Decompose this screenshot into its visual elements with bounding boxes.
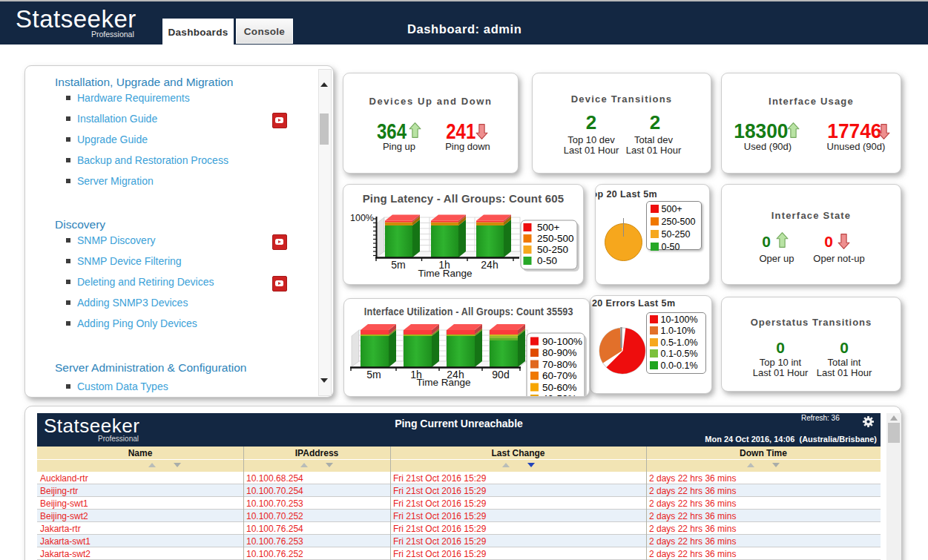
svg-text:250-500: 250-500 (537, 233, 574, 244)
svg-text:500+: 500+ (537, 222, 560, 233)
svg-text:70-80%: 70-80% (542, 359, 577, 370)
svg-text:Time Range: Time Range (418, 268, 472, 279)
svg-text:80-90%: 80-90% (542, 347, 577, 358)
svg-text:50-250: 50-250 (537, 244, 568, 255)
svg-text:90d: 90d (492, 369, 509, 381)
svg-text:90-100%: 90-100% (542, 336, 582, 347)
svg-text:40-50%: 40-50% (542, 393, 577, 397)
svg-text:0-50: 0-50 (537, 255, 557, 266)
svg-text:60-70%: 60-70% (542, 370, 577, 381)
svg-text:Time Range: Time Range (416, 377, 470, 388)
svg-text:50-60%: 50-60% (542, 382, 577, 393)
svg-text:5m: 5m (366, 369, 381, 381)
svg-text:5m: 5m (391, 259, 405, 271)
svg-text:24h: 24h (481, 259, 498, 271)
svg-text:100%: 100% (350, 213, 374, 223)
